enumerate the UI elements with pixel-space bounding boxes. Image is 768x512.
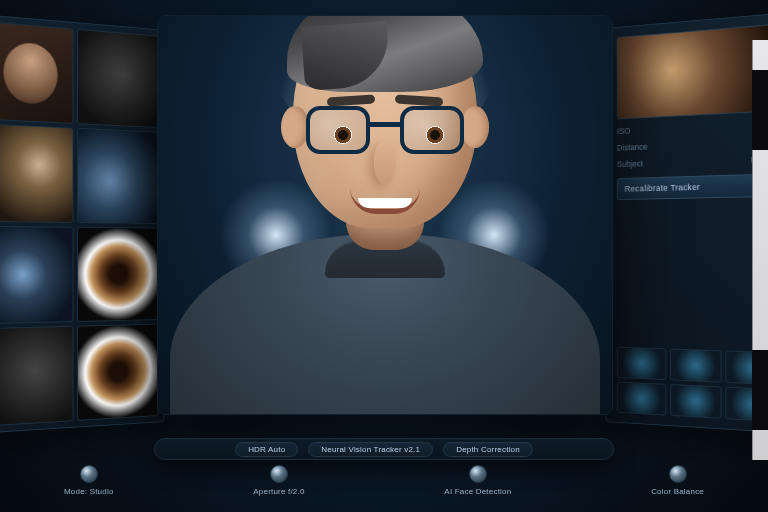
- gallery-thumb[interactable]: [0, 21, 73, 124]
- tracker-pill[interactable]: Neural Vision Tracker v2.1: [308, 442, 433, 457]
- floor-tool-label: AI Face Detection: [444, 487, 511, 496]
- mini-thumb[interactable]: [670, 384, 722, 419]
- video-viewport[interactable]: [158, 16, 612, 414]
- orb-icon: [669, 465, 687, 483]
- mini-thumb[interactable]: [670, 349, 722, 383]
- floor-tool-label: Aperture f/2.0: [253, 487, 304, 496]
- floor-tool[interactable]: AI Face Detection: [444, 465, 511, 496]
- gallery-thumb[interactable]: [77, 29, 158, 128]
- orb-icon: [80, 465, 98, 483]
- floor-tool-label: Color Balance: [651, 487, 704, 496]
- orb-icon: [469, 465, 487, 483]
- right-edge-strip: [752, 40, 768, 460]
- gallery-thumb[interactable]: [0, 326, 73, 427]
- inspector-mini-grid: [617, 347, 768, 423]
- inspector-row: Distance 1.6 m: [617, 136, 768, 152]
- gallery-thumb[interactable]: [77, 227, 158, 322]
- floor-tool[interactable]: Aperture f/2.0: [253, 465, 304, 496]
- orb-icon: [270, 465, 288, 483]
- recalibrate-button[interactable]: Recalibrate Tracker: [617, 173, 768, 200]
- subject-portrait: [195, 44, 575, 414]
- edge-tab[interactable]: [752, 70, 768, 150]
- left-gallery-panel[interactable]: [0, 14, 164, 434]
- inspector-row-label: Subject: [617, 159, 643, 169]
- gallery-thumb[interactable]: [77, 324, 158, 421]
- depth-pill[interactable]: Depth Correction: [443, 442, 533, 457]
- mini-thumb[interactable]: [617, 347, 667, 380]
- inspector-row-label: ISO: [617, 126, 631, 136]
- gallery-thumb[interactable]: [0, 226, 73, 324]
- right-inspector-panel[interactable]: ISO 600 Distance 1.6 m Subject Portrait …: [605, 12, 768, 434]
- hdr-pill[interactable]: HDR Auto: [235, 442, 298, 457]
- floor-tool-label: Mode: Studio: [64, 487, 114, 496]
- inspector-row: ISO 600: [617, 119, 768, 136]
- edge-tab[interactable]: [752, 350, 768, 430]
- floor-tool[interactable]: Mode: Studio: [64, 465, 114, 496]
- floor-tool-row: Mode: Studio Aperture f/2.0 AI Face Dete…: [64, 465, 704, 496]
- gallery-thumb[interactable]: [0, 124, 73, 223]
- inspector-preview: [617, 24, 768, 120]
- inspector-row: Subject Portrait: [617, 154, 768, 169]
- mini-thumb[interactable]: [617, 382, 667, 416]
- floor-tool[interactable]: Color Balance: [651, 465, 704, 496]
- viewport-control-bar[interactable]: HDR Auto Neural Vision Tracker v2.1 Dept…: [154, 438, 614, 460]
- gallery-thumb[interactable]: [77, 128, 158, 224]
- inspector-row-label: Distance: [617, 142, 648, 152]
